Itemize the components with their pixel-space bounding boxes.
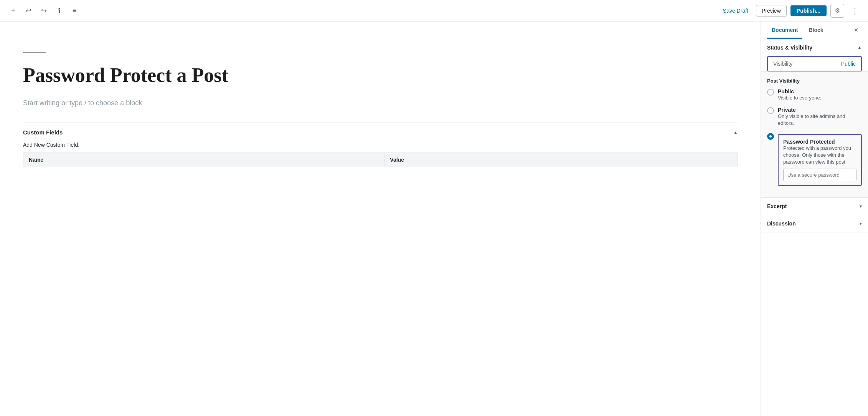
password-input[interactable] [783,169,856,181]
publish-button[interactable]: Publish... [790,5,827,16]
pv-option-private-name: Private [778,107,862,113]
discussion-section: Discussion ▾ [761,215,868,232]
pv-radio-password-protected[interactable] [767,133,774,140]
add-block-button[interactable]: + [6,4,20,18]
post-visibility-title: Post Visibility [767,78,862,84]
more-options-button[interactable]: ⋮ [848,4,862,18]
pv-option-password-desc: Protected with a password you choose. On… [783,145,856,166]
sidebar-header: Document Block × [761,22,868,39]
settings-icon: ⚙ [835,7,840,14]
visibility-label: Visibility [773,61,792,67]
discussion-chevron-down-icon: ▾ [860,221,862,226]
pv-option-password-content: Password Protected Protected with a pass… [778,133,862,186]
status-visibility-header[interactable]: Status & Visibility ▲ [761,39,868,56]
more-icon: ⋮ [851,7,858,15]
undo-icon: ↩ [26,7,31,15]
cf-value-header: Value [384,152,738,167]
pv-option-private-desc: Only visible to site admins and editors. [778,113,862,127]
custom-fields-section: Custom Fields ▲ Add New Custom Field: Na… [23,123,738,173]
pv-radio-public[interactable] [767,89,774,96]
save-draft-button[interactable]: Save Draft [719,5,752,16]
pv-option-private[interactable]: Private Only visible to site admins and … [767,107,862,127]
password-protected-box: Password Protected Protected with a pass… [778,134,862,186]
tab-block[interactable]: Block [804,22,828,39]
undo-button[interactable]: ↩ [21,4,35,18]
add-new-custom-field-label: Add New Custom Field: [23,142,738,148]
custom-fields-header[interactable]: Custom Fields ▲ [23,123,738,142]
custom-fields-title: Custom Fields [23,129,63,136]
excerpt-header[interactable]: Excerpt ▾ [761,198,868,215]
pv-option-public-name: Public [778,88,862,94]
main-layout: Password Protect a Post Start writing or… [0,22,868,416]
cf-name-header: Name [23,152,384,167]
redo-button[interactable]: ↪ [37,4,51,18]
sidebar-close-button[interactable]: × [850,25,862,36]
post-visibility-dropdown: Post Visibility Public Visible to everyo… [761,71,868,197]
pv-option-password-name: Password Protected [783,139,856,145]
pv-option-public[interactable]: Public Visible to everyone. [767,88,862,101]
pv-option-public-content: Public Visible to everyone. [778,88,862,101]
tab-document[interactable]: Document [767,22,802,39]
toolbar: + ↩ ↪ ℹ ≡ Save Draft Preview Publish... … [0,0,868,22]
status-visibility-title: Status & Visibility [767,45,812,51]
title-rule [23,52,46,53]
pv-option-public-desc: Visible to everyone. [778,94,862,101]
excerpt-section: Excerpt ▾ [761,198,868,215]
toolbar-left: + ↩ ↪ ℹ ≡ [6,4,81,18]
discussion-header[interactable]: Discussion ▾ [761,215,868,232]
status-visibility-section: Status & Visibility ▲ Visibility Public … [761,39,868,198]
redo-icon: ↪ [41,7,47,15]
settings-button[interactable]: ⚙ [830,4,844,18]
editor-area[interactable]: Password Protect a Post Start writing or… [0,22,761,416]
editor-title[interactable]: Password Protect a Post [23,64,738,87]
preview-button[interactable]: Preview [756,5,787,17]
sidebar: Document Block × Status & Visibility ▲ V… [761,22,868,416]
chevron-up-icon: ▲ [857,45,862,50]
info-button[interactable]: ℹ [52,4,66,18]
excerpt-chevron-down-icon: ▾ [860,204,862,209]
discussion-title: Discussion [767,220,796,227]
menu-button[interactable]: ≡ [68,4,81,18]
editor-placeholder[interactable]: Start writing or type / to choose a bloc… [23,99,738,107]
plus-icon: + [11,7,15,15]
triangle-up-icon: ▲ [734,130,738,134]
info-icon: ℹ [58,7,61,15]
custom-fields-body: Add New Custom Field: Name Value [23,142,738,173]
toolbar-right: Save Draft Preview Publish... ⚙ ⋮ [719,4,862,18]
custom-fields-table: Name Value [23,152,738,167]
pv-option-password-protected[interactable]: Password Protected Protected with a pass… [767,133,862,186]
visibility-value[interactable]: Public [841,61,856,67]
pv-option-private-content: Private Only visible to site admins and … [778,107,862,127]
visibility-row[interactable]: Visibility Public [767,56,862,71]
menu-icon: ≡ [73,7,77,15]
pv-radio-private[interactable] [767,107,774,114]
excerpt-title: Excerpt [767,203,787,209]
